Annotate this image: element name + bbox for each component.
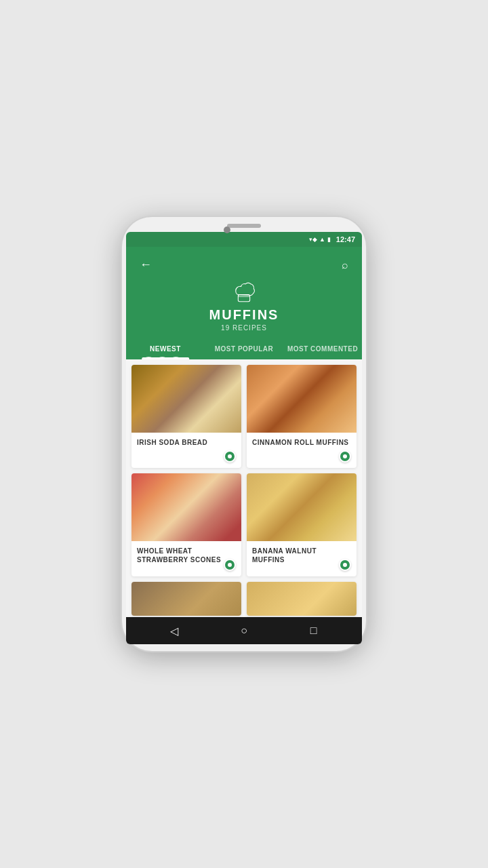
tab-newest[interactable]: NEWEST <box>126 338 205 359</box>
category-title: MUFFINS <box>209 307 279 323</box>
recipe-title-cinnamon-roll-muffins: CINNAMON ROLL MUFFINS <box>252 438 351 447</box>
recipe-grid: IRISH SODA BREAD CINNAMON ROLL MUFFINS <box>131 365 357 616</box>
tab-most-commented[interactable]: MOST COMMENTED <box>283 338 362 359</box>
recipe-card-banana-walnut-muffins[interactable]: BANANA WALNUT MUFFINS <box>247 473 357 576</box>
tab-most-popular[interactable]: MOST POPULAR <box>205 338 283 359</box>
card-body-irish-soda-bread: IRISH SODA BREAD <box>131 433 241 468</box>
status-bar: ▾◆ ▲ ▮ 12:47 <box>126 232 362 247</box>
status-icons: ▾◆ ▲ ▮ <box>309 236 331 243</box>
signal-icon: ▲ <box>319 236 325 243</box>
recipe-card-whole-wheat-strawberry-scones[interactable]: WHOLE WHEAT STRAWBERRY SCONES <box>131 473 241 576</box>
status-time: 12:47 <box>336 235 355 243</box>
recipe-card-partial-2[interactable] <box>247 582 357 616</box>
recipe-image-partial-2 <box>247 582 357 616</box>
phone-screen: ▾◆ ▲ ▮ 12:47 ← ⌕ MUFFINS 19 RECIPES <box>126 232 362 644</box>
header: ← ⌕ MUFFINS 19 RECIPES <box>126 247 362 338</box>
card-body-cinnamon-roll-muffins: CINNAMON ROLL MUFFINS <box>247 433 357 468</box>
svg-rect-0 <box>238 295 249 302</box>
search-button[interactable]: ⌕ <box>339 256 351 274</box>
status-dot-irish-soda-bread <box>224 450 236 462</box>
nav-home-button[interactable]: ○ <box>234 620 254 641</box>
header-top: ← ⌕ <box>137 255 351 275</box>
recipe-title-irish-soda-bread: IRISH SODA BREAD <box>137 438 236 447</box>
recipe-card-partial-1[interactable] <box>131 582 241 616</box>
recipe-title-whole-wheat-strawberry-scones: WHOLE WHEAT STRAWBERRY SCONES <box>137 547 236 564</box>
phone-speaker <box>227 224 261 228</box>
phone-camera <box>224 226 230 233</box>
card-body-whole-wheat-strawberry-scones: WHOLE WHEAT STRAWBERRY SCONES <box>131 541 241 576</box>
recipe-image-cinnamon-roll-muffins <box>247 365 357 433</box>
recipe-image-irish-soda-bread <box>131 365 241 433</box>
card-body-banana-walnut-muffins: BANANA WALNUT MUFFINS <box>247 541 357 576</box>
tabs: NEWEST MOST POPULAR MOST COMMENTED <box>126 338 362 359</box>
nav-recent-button[interactable]: □ <box>304 620 324 641</box>
recipe-image-banana-walnut-muffins <box>247 473 357 541</box>
recipe-image-partial-1 <box>131 582 241 616</box>
recipe-card-cinnamon-roll-muffins[interactable]: CINNAMON ROLL MUFFINS <box>247 365 357 468</box>
status-dot-cinnamon-roll-muffins <box>339 450 351 462</box>
nav-back-button[interactable]: ◁ <box>164 620 184 641</box>
recipe-title-banana-walnut-muffins: BANANA WALNUT MUFFINS <box>252 547 351 564</box>
recipe-image-whole-wheat-strawberry-scones <box>131 473 241 541</box>
content: IRISH SODA BREAD CINNAMON ROLL MUFFINS <box>126 359 362 617</box>
phone-outer: ▾◆ ▲ ▮ 12:47 ← ⌕ MUFFINS 19 RECIPES <box>122 217 366 651</box>
recipe-card-irish-soda-bread[interactable]: IRISH SODA BREAD <box>131 365 241 468</box>
muffin-icon <box>232 280 256 304</box>
bottom-nav: ◁ ○ □ <box>126 617 362 644</box>
battery-icon: ▮ <box>327 236 331 243</box>
status-dot-banana-walnut-muffins <box>339 559 351 571</box>
wifi-icon: ▾◆ <box>309 236 317 243</box>
back-button[interactable]: ← <box>137 255 155 275</box>
recipe-count: 19 RECIPES <box>221 324 267 332</box>
status-dot-whole-wheat-strawberry-scones <box>224 559 236 571</box>
